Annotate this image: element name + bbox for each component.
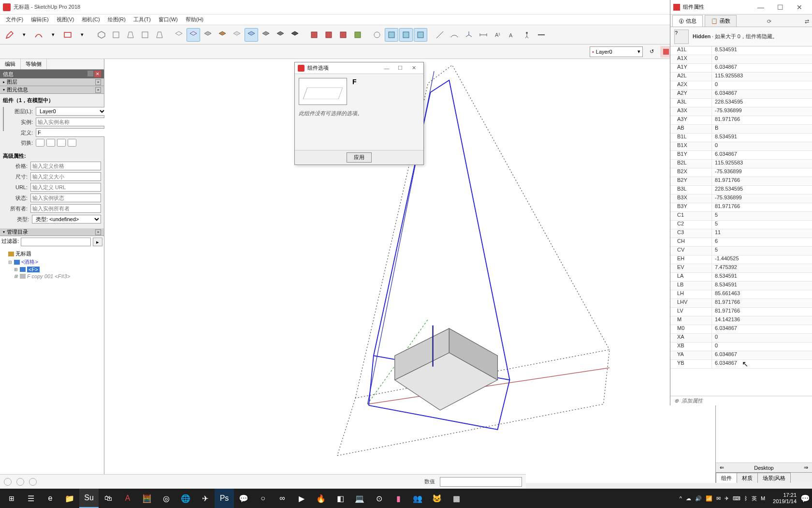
attr-value[interactable]: -1.440525 bbox=[712, 255, 812, 264]
outliner-filter-input[interactable] bbox=[21, 238, 91, 246]
vcb-input[interactable] bbox=[440, 477, 522, 487]
attr-value[interactable]: 6.034867 bbox=[712, 151, 812, 159]
shaded-tex-style-icon[interactable] bbox=[216, 28, 229, 42]
attr-row[interactable]: A3X-75.936899 bbox=[670, 107, 812, 116]
attr-value[interactable]: 228.534595 bbox=[712, 99, 812, 107]
tray-cloud-icon[interactable]: ☁ bbox=[686, 495, 691, 502]
notification-icon[interactable]: 💬 bbox=[800, 489, 810, 508]
attr-value[interactable]: 81.971766 bbox=[712, 308, 812, 316]
scene-tab-iso[interactable]: 等轴侧 bbox=[21, 59, 47, 69]
tray-tab-mat[interactable]: 材质 bbox=[737, 473, 758, 483]
tray-ime1-icon[interactable]: 英 bbox=[752, 495, 757, 502]
front-view-icon[interactable] bbox=[124, 28, 137, 42]
comp-opt-apply-button[interactable]: 应用 bbox=[347, 152, 372, 163]
toggle-shadow-icon[interactable] bbox=[57, 139, 66, 147]
attr-row[interactable]: LH85.661463 bbox=[670, 290, 812, 299]
attr-value[interactable]: 5 bbox=[712, 212, 812, 220]
attr-row[interactable]: YB6.034867 bbox=[670, 360, 812, 369]
text-icon[interactable]: A¹ bbox=[491, 28, 505, 42]
attr-value[interactable]: 81.971766 bbox=[712, 299, 812, 307]
outliner-header[interactable]: 管理目录× bbox=[0, 228, 104, 236]
sketchup-taskbar-icon[interactable]: Su bbox=[79, 489, 99, 508]
comp-opt-max-icon[interactable]: ☐ bbox=[393, 65, 407, 71]
attr-row[interactable]: B1Y6.034867 bbox=[670, 151, 812, 160]
info-close-icon[interactable]: ✕ bbox=[94, 71, 101, 77]
layers-close-icon[interactable]: × bbox=[95, 79, 101, 85]
arc-tool-icon[interactable] bbox=[32, 28, 45, 42]
attr-value[interactable]: 6.034867 bbox=[712, 90, 812, 98]
size-input[interactable] bbox=[30, 172, 101, 181]
rectangle-tool-icon[interactable] bbox=[61, 28, 74, 42]
section-tool-icon[interactable] bbox=[535, 28, 548, 42]
menu-edit[interactable]: 编辑(E) bbox=[28, 15, 52, 24]
app5-icon[interactable]: ∞ bbox=[273, 489, 292, 508]
attr-grid[interactable]: A1L8.534591A1X0A1Y6.034867A2L115.925583A… bbox=[670, 46, 812, 396]
attr-row[interactable]: LA8.534591 bbox=[670, 273, 812, 282]
tray-tab-style[interactable]: 场景|风格 bbox=[757, 473, 791, 483]
backedge-style-icon[interactable] bbox=[259, 28, 273, 42]
style3-icon[interactable] bbox=[288, 28, 302, 42]
layer-mgr-icon[interactable]: ↺ bbox=[646, 46, 657, 58]
solid-union-icon[interactable] bbox=[399, 28, 413, 42]
tray-tg-icon[interactable]: ✈ bbox=[725, 495, 729, 502]
attr-value[interactable]: 0 bbox=[712, 142, 812, 150]
tray-net-icon[interactable]: 📶 bbox=[706, 495, 712, 502]
menu-view[interactable]: 视图(V) bbox=[54, 15, 77, 24]
entity-close-icon[interactable]: × bbox=[95, 87, 101, 93]
attr-row[interactable]: EH-1.440525 bbox=[670, 255, 812, 264]
attr-row[interactable]: A1Y6.034867 bbox=[670, 64, 812, 73]
attr-row[interactable]: A3L228.534595 bbox=[670, 99, 812, 107]
attr-row[interactable]: B2Y81.971766 bbox=[670, 177, 812, 186]
attr-value[interactable]: 81.971766 bbox=[712, 177, 812, 185]
youtube-icon[interactable]: ▶ bbox=[292, 489, 311, 508]
tree-node-fcopy[interactable]: ⊞F copy 001 <F#3> bbox=[2, 273, 102, 280]
attr-value[interactable]: 5 bbox=[712, 221, 812, 229]
instance-input[interactable] bbox=[36, 118, 106, 126]
attr-row[interactable]: XB0 bbox=[670, 343, 812, 351]
wireframe-style-icon[interactable] bbox=[172, 28, 186, 42]
attr-row[interactable]: M06.034867 bbox=[670, 325, 812, 334]
solid-inter-icon[interactable] bbox=[385, 28, 398, 42]
app1-icon[interactable]: ◎ bbox=[157, 489, 176, 508]
right-view-icon[interactable] bbox=[138, 28, 152, 42]
app11-icon[interactable]: 👥 bbox=[408, 489, 427, 508]
menu-draw[interactable]: 绘图(R) bbox=[105, 15, 129, 24]
attr-row[interactable]: LB8.534591 bbox=[670, 282, 812, 290]
section-display-icon[interactable] bbox=[322, 28, 335, 42]
iso-view-icon[interactable] bbox=[95, 28, 108, 42]
attr-row[interactable]: EV7.475392 bbox=[670, 264, 812, 273]
attr-value[interactable]: 14.142136 bbox=[712, 316, 812, 325]
system-tray[interactable]: ^ ☁ 🔊 📶 ✉ ✈ ⌨ ᛒ 英 M bbox=[676, 495, 769, 502]
back-view-icon[interactable] bbox=[153, 28, 166, 42]
attr-value[interactable]: -75.936899 bbox=[712, 107, 812, 116]
start-button[interactable]: ⊞ bbox=[2, 489, 21, 508]
attr-value[interactable]: 81.971766 bbox=[712, 116, 812, 124]
app8-icon[interactable]: 💻 bbox=[350, 489, 369, 508]
attr-value[interactable]: 7.475392 bbox=[712, 264, 812, 272]
section-fill-icon[interactable] bbox=[351, 28, 364, 42]
attr-value[interactable]: B bbox=[712, 125, 812, 133]
comp-opt-close-icon[interactable]: ✕ bbox=[407, 65, 420, 71]
layer-select[interactable]: Layer0▾ bbox=[590, 46, 643, 57]
app12-icon[interactable]: 🐱 bbox=[427, 489, 447, 508]
attr-row[interactable]: LV81.971766 bbox=[670, 308, 812, 316]
comp-opt-min-icon[interactable]: — bbox=[380, 65, 393, 71]
app4-icon[interactable]: ○ bbox=[253, 489, 273, 508]
taskview-icon[interactable]: ☰ bbox=[21, 489, 41, 508]
price-input[interactable] bbox=[30, 162, 101, 170]
autocad-icon[interactable]: A bbox=[118, 489, 137, 508]
attr-value[interactable]: 6.034867 bbox=[712, 325, 812, 333]
app10-icon[interactable]: ▮ bbox=[389, 489, 408, 508]
tree-root[interactable]: 无标题 bbox=[2, 250, 102, 258]
explorer-icon[interactable]: 📁 bbox=[60, 489, 79, 508]
store-icon[interactable]: 🛍 bbox=[99, 489, 118, 508]
axes-icon[interactable] bbox=[462, 28, 476, 42]
tree-node-f[interactable]: ⊞<F> bbox=[2, 266, 102, 273]
solid-subtract-icon[interactable] bbox=[414, 28, 427, 42]
attr-row[interactable]: C311 bbox=[670, 229, 812, 238]
attr-min-icon[interactable]: — bbox=[751, 3, 770, 11]
attr-value[interactable]: 8.534591 bbox=[712, 282, 812, 290]
app3-icon[interactable]: ✈ bbox=[195, 489, 215, 508]
nav-back-icon[interactable]: ⇐ bbox=[720, 464, 724, 471]
type-select[interactable]: 类型: <undefined> bbox=[32, 215, 101, 224]
